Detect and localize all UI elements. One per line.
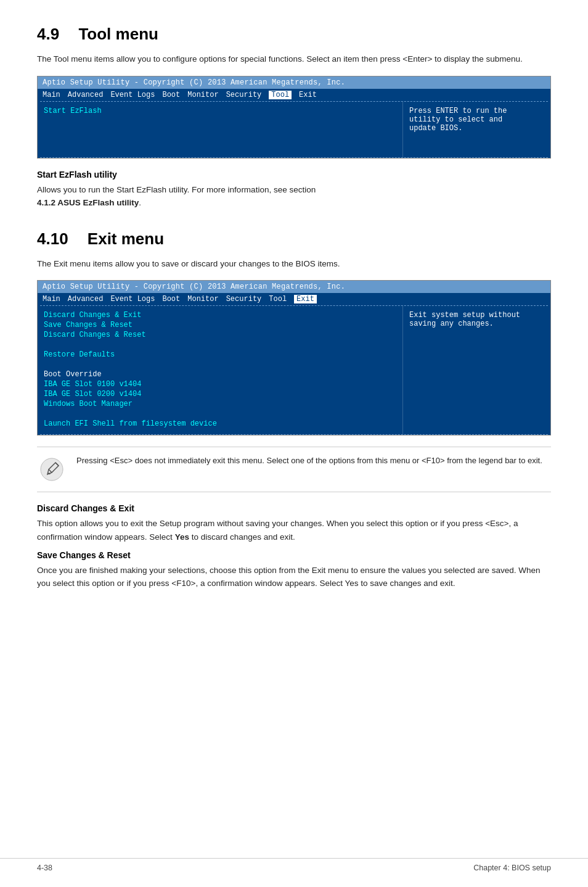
bios-menubar-tool: Main Advanced Event Logs Boot Monitor Se… [38,89,550,101]
bios-item-start-ezflash: Start EzFlash [44,107,396,115]
svg-point-0 [41,458,63,481]
menu-security: Security [226,91,262,99]
pencil-icon [37,455,67,484]
bios-item-blank2 [44,360,396,369]
bios-body-tool: Start EzFlash Press ENTER to run theutil… [38,102,550,157]
menu-exit-active: Exit [294,295,317,303]
bios-item-launch-efi: Launch EFI Shell from filesystem device [44,419,396,428]
page-footer: 4-38 Chapter 4: BIOS setup [0,858,588,872]
bios-item-blank1 [44,340,396,349]
bios-item-save-reset: Save Changes & Reset [44,321,396,329]
footer-chapter: Chapter 4: BIOS setup [473,864,551,872]
bios-item-windows-boot: Windows Boot Manager [44,400,396,408]
menu-security-exit: Security [226,295,262,303]
bios-left-exit: Discard Changes & Exit Save Changes & Re… [38,306,402,434]
menu-boot: Boot [162,91,180,99]
subsection-body-discard-exit: This option allows you to exit the Setup… [37,517,551,543]
bios-titlebar-exit: Aptio Setup Utility - Copyright (C) 2013… [38,281,550,293]
footer-page-number: 4-38 [37,864,52,872]
bios-item-boot-override-label: Boot Override [44,370,396,379]
menu-main: Main [43,91,60,99]
bios-item-discard-exit: Discard Changes & Exit [44,311,396,320]
subsection-title-save-reset: Save Changes & Reset [37,550,551,560]
bios-titlebar-tool: Aptio Setup Utility - Copyright (C) 2013… [38,76,550,89]
subsection-title-ezflash: Start EzFlash utility [37,170,551,179]
bios-screenshot-exit: Aptio Setup Utility - Copyright (C) 2013… [37,280,551,435]
bios-item-iba-slot-0200: IBA GE Slot 0200 v1404 [44,390,396,398]
bios-item-blank3 [44,410,396,418]
menu-monitor: Monitor [187,91,218,99]
tool-menu-intro: The Tool menu items allow you to configu… [37,52,551,66]
bios-item-discard-reset: Discard Changes & Reset [44,331,396,339]
section-tool-menu: 4.9 Tool menu The Tool menu items allow … [37,25,551,210]
menu-monitor-exit: Monitor [187,295,218,303]
menu-main-exit: Main [43,295,60,303]
menu-exit: Exit [299,91,317,99]
section-title-tool: 4.9 Tool menu [37,25,551,44]
bios-item-restore-defaults: Restore Defaults [44,350,396,359]
menu-eventlogs: Event Logs [110,91,155,99]
menu-tool-active: Tool [269,91,292,99]
menu-tool-exit: Tool [269,295,287,303]
bios-right-tool: Press ENTER to run theutility to select … [402,102,550,157]
menu-boot-exit: Boot [162,295,180,303]
subsection-body-save-reset: Once you are finished making your select… [37,564,551,590]
section-exit-menu: 4.10 Exit menu The Exit menu items allow… [37,229,551,590]
menu-eventlogs-exit: Event Logs [110,295,155,303]
note-box: Pressing <Esc> does not immediately exit… [37,447,551,492]
exit-menu-intro: The Exit menu items allow you to save or… [37,257,551,271]
menu-advanced-exit: Advanced [68,295,104,303]
subsection-title-discard-exit: Discard Changes & Exit [37,503,551,513]
menu-advanced: Advanced [68,91,104,99]
bios-screenshot-tool: Aptio Setup Utility - Copyright (C) 2013… [37,76,551,159]
bios-menubar-exit: Main Advanced Event Logs Boot Monitor Se… [38,293,550,305]
bios-item-iba-slot-0100: IBA GE Slot 0100 v1404 [44,380,396,389]
section-title-exit: 4.10 Exit menu [37,229,551,249]
note-text: Pressing <Esc> does not immediately exit… [76,455,542,468]
bios-left-tool: Start EzFlash [38,102,402,157]
bios-right-exit: Exit system setup withoutsaving any chan… [402,306,550,434]
subsection-body-ezflash: Allows you to run the Start EzFlash util… [37,183,551,210]
bios-body-exit: Discard Changes & Exit Save Changes & Re… [38,306,550,434]
